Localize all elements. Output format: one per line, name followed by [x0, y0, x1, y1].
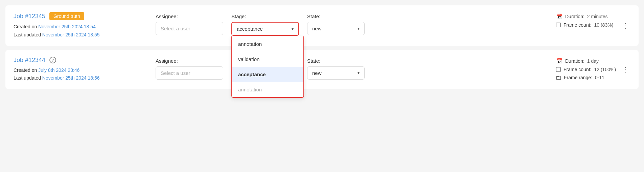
assignee-placeholder-1: Select a user — [161, 26, 190, 31]
job-card-2: Job #12344 ? Created on July 8th 2024 23… — [5, 50, 639, 89]
state-label-2: State: — [307, 58, 365, 64]
frame-range-item-2: 🗔 Frame range: 0-11 — [556, 75, 630, 81]
checkbox-icon-2 — [556, 67, 561, 72]
updated-label-2: Last updated — [14, 75, 41, 81]
created-label-2: Created on — [14, 67, 37, 73]
assignee-label-1: Assignee: — [156, 13, 223, 19]
created-value-1: November 25th 2024 18:54 — [38, 24, 96, 29]
job-id-2[interactable]: Job #12344 — [14, 57, 45, 64]
state-chevron-icon-2: ▾ — [358, 70, 360, 75]
duration-item-1: 📅 Duration: 2 minutes — [556, 13, 630, 20]
assignee-field-1: Assignee: Select a user — [156, 13, 223, 35]
dropdown-item-annotation2[interactable]: annotation — [232, 82, 303, 97]
state-value-1: new — [312, 26, 322, 31]
updated-value-1: November 25th 2024 18:55 — [42, 32, 100, 37]
job-right-2: 📅 Duration: 1 day Frame count: 12 (100%)… — [556, 57, 630, 81]
frame-range-value-2: 0-11 — [595, 75, 604, 80]
frame-count-label-1: Frame count: — [564, 22, 591, 28]
assignee-placeholder-2: Select a user — [161, 70, 190, 76]
created-line-2: Created on July 8th 2024 23:46 — [14, 66, 156, 75]
dropdown-item-acceptance[interactable]: acceptance — [232, 67, 303, 82]
state-value-2: new — [312, 70, 322, 76]
more-button-1[interactable]: ⋮ — [621, 20, 630, 31]
help-icon-2[interactable]: ? — [49, 57, 56, 63]
assignee-field-2: Assignee: Select a user — [156, 58, 223, 80]
duration-item-2: 📅 Duration: 1 day — [556, 58, 630, 64]
state-field-1: State: new ▾ — [307, 13, 365, 35]
frame-count-value-2: 12 (100%) — [594, 67, 616, 72]
job-left-2: Job #12344 ? Created on July 8th 2024 23… — [14, 57, 156, 83]
frame-count-value-1: 10 (83%) — [594, 22, 613, 28]
created-label-1: Created on — [14, 24, 37, 29]
assignee-select-1[interactable]: Select a user — [156, 22, 223, 35]
job-title-row-2: Job #12344 ? — [14, 57, 156, 64]
dropdown-item-annotation[interactable]: annotation — [232, 36, 303, 52]
duration-value-2: 1 day — [587, 58, 599, 64]
job-right-1: 📅 Duration: 2 minutes Frame count: 10 (8… — [556, 12, 630, 28]
stage-field-1: Stage: acceptance ▾ annotation validatio… — [231, 13, 299, 36]
stage-label-1: Stage: — [231, 13, 299, 19]
frame-count-item-1: Frame count: 10 (83%) — [556, 22, 630, 28]
stage-select-1[interactable]: acceptance ▾ — [231, 22, 299, 36]
job-left-1: Job #12345 Ground truth Created on Novem… — [14, 12, 156, 39]
updated-value-2: November 25th 2024 18:56 — [42, 75, 100, 81]
calendar-icon-1: 📅 — [556, 13, 562, 20]
state-label-1: State: — [307, 13, 365, 19]
state-select-2[interactable]: new ▾ — [307, 66, 365, 80]
job-meta-1: Created on November 25th 2024 18:54 Last… — [14, 23, 156, 39]
stage-chevron-icon-1: ▾ — [292, 27, 294, 31]
updated-line-2: Last updated November 25th 2024 18:56 — [14, 74, 156, 82]
job-card-1: Job #12345 Ground truth Created on Novem… — [5, 5, 639, 46]
state-select-1[interactable]: new ▾ — [307, 22, 365, 35]
frame-range-label-2: Frame range: — [564, 75, 592, 80]
duration-value-1: 2 minutes — [587, 14, 608, 19]
frame-range-icon-2: 🗔 — [556, 75, 561, 81]
stage-value-1: acceptance — [237, 26, 263, 32]
job-title-row-1: Job #12345 Ground truth — [14, 12, 156, 20]
state-chevron-icon-1: ▾ — [358, 26, 360, 31]
frame-count-label-2: Frame count: — [564, 67, 591, 72]
checkbox-icon-1 — [556, 23, 561, 27]
dropdown-item-validation[interactable]: validation — [232, 52, 303, 67]
created-value-2: July 8th 2024 23:46 — [38, 67, 79, 73]
duration-label-1: Duration: — [565, 14, 584, 19]
job-id-1[interactable]: Job #12345 — [14, 13, 45, 20]
duration-label-2: Duration: — [565, 58, 584, 64]
job-fields-2: Assignee: Select a user Stage: annotatio… — [156, 57, 556, 80]
state-field-2: State: new ▾ — [307, 58, 365, 80]
updated-label-1: Last updated — [14, 32, 41, 37]
frame-count-item-2: Frame count: 12 (100%) — [556, 67, 630, 72]
job-fields-1: Assignee: Select a user Stage: acceptanc… — [156, 12, 556, 36]
assignee-select-2[interactable]: Select a user — [156, 66, 223, 80]
ground-truth-badge: Ground truth — [49, 12, 84, 20]
more-button-2[interactable]: ⋮ — [621, 64, 630, 75]
updated-line-1: Last updated November 25th 2024 18:55 — [14, 31, 156, 39]
job-meta-2: Created on July 8th 2024 23:46 Last upda… — [14, 66, 156, 83]
stage-dropdown-1: annotation validation acceptance annotat… — [231, 36, 304, 98]
created-line-1: Created on November 25th 2024 18:54 — [14, 23, 156, 31]
calendar-icon-2: 📅 — [556, 58, 562, 64]
assignee-label-2: Assignee: — [156, 58, 223, 64]
